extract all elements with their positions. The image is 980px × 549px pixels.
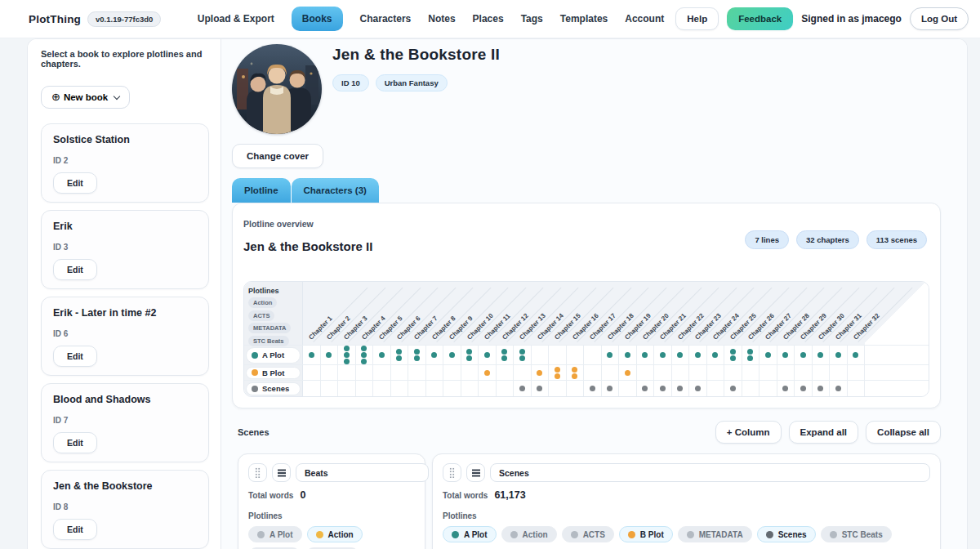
matrix-cell[interactable]	[443, 365, 461, 380]
matrix-cell[interactable]	[356, 346, 374, 364]
nav-link-places[interactable]: Places	[473, 13, 504, 25]
matrix-cell[interactable]	[707, 365, 725, 380]
column-menu-button[interactable]	[466, 463, 485, 482]
nav-link-templates[interactable]: Templates	[560, 13, 608, 25]
matrix-cell[interactable]	[479, 365, 497, 380]
matrix-cell[interactable]	[707, 346, 725, 364]
matrix-cell[interactable]	[338, 365, 356, 380]
matrix-cell[interactable]	[813, 365, 831, 380]
matrix-cell[interactable]	[602, 365, 620, 380]
matrix-cell[interactable]	[567, 346, 585, 364]
matrix-cell[interactable]	[443, 346, 461, 364]
matrix-cell[interactable]	[461, 365, 479, 380]
matrix-cell[interactable]	[777, 381, 795, 396]
expand-all-button[interactable]: Expand all	[789, 421, 859, 444]
matrix-cell[interactable]	[391, 365, 409, 380]
matrix-cell[interactable]	[514, 365, 532, 380]
feedback-button[interactable]: Feedback	[727, 7, 793, 30]
matrix-cell[interactable]	[549, 346, 567, 364]
matrix-cell[interactable]	[532, 346, 550, 364]
matrix-cell[interactable]	[479, 381, 497, 396]
matrix-cell[interactable]	[602, 381, 620, 396]
logout-button[interactable]: Log Out	[910, 7, 969, 30]
matrix-cell[interactable]	[373, 365, 391, 380]
matrix-cell[interactable]	[497, 365, 514, 380]
matrix-cell[interactable]	[777, 346, 795, 364]
edit-book-button[interactable]: Edit	[53, 432, 97, 453]
matrix-cell[interactable]	[338, 346, 356, 364]
plotline-pill-a-plot[interactable]: A Plot	[248, 526, 302, 542]
matrix-cell[interactable]	[689, 381, 707, 396]
matrix-cell[interactable]	[848, 381, 866, 396]
matrix-cell[interactable]	[637, 365, 655, 380]
matrix-cell[interactable]	[689, 346, 707, 364]
matrix-cell[interactable]	[567, 381, 585, 396]
matrix-cell[interactable]	[426, 346, 444, 364]
matrix-cell[interactable]	[584, 365, 602, 380]
matrix-cell[interactable]	[338, 381, 356, 396]
column-name-input[interactable]	[296, 463, 429, 482]
matrix-cell[interactable]	[356, 365, 374, 380]
matrix-cell[interactable]	[426, 365, 444, 380]
matrix-cell[interactable]	[373, 381, 391, 396]
matrix-cell[interactable]	[848, 365, 866, 380]
matrix-cell[interactable]	[497, 346, 514, 364]
plotline-pill-action[interactable]: Action	[501, 526, 557, 542]
drag-handle[interactable]	[248, 463, 267, 482]
matrix-cell[interactable]	[321, 346, 339, 364]
column-menu-button[interactable]	[272, 463, 291, 482]
matrix-cell[interactable]	[443, 381, 461, 396]
matrix-cell[interactable]	[637, 381, 655, 396]
plotline-row-pill[interactable]: B Plot	[246, 367, 301, 379]
tab-plotline[interactable]: Plotline	[232, 178, 291, 203]
help-button[interactable]: Help	[675, 7, 719, 30]
matrix-cell[interactable]	[321, 365, 339, 380]
plotline-pill-a-plot[interactable]: A Plot	[443, 526, 497, 542]
matrix-cell[interactable]	[602, 346, 620, 364]
new-book-button[interactable]: ⊕ New book	[41, 86, 130, 109]
plotline-chip[interactable]: ACTS	[248, 310, 274, 321]
matrix-cell[interactable]	[707, 381, 725, 396]
matrix-cell[interactable]	[584, 346, 602, 364]
matrix-cell[interactable]	[760, 346, 777, 364]
plotline-pill-scenes[interactable]: Scenes	[757, 526, 816, 542]
matrix-cell[interactable]	[830, 381, 848, 396]
plotline-pill-acts[interactable]: ACTS	[562, 526, 614, 542]
matrix-cell[interactable]	[619, 346, 637, 364]
matrix-cell[interactable]	[497, 381, 514, 396]
matrix-cell[interactable]	[408, 381, 426, 396]
matrix-cell[interactable]	[391, 381, 409, 396]
matrix-cell[interactable]	[724, 365, 742, 380]
matrix-cell[interactable]	[637, 346, 655, 364]
matrix-cell[interactable]	[724, 346, 742, 364]
matrix-cell[interactable]	[532, 365, 550, 380]
matrix-cell[interactable]	[303, 381, 321, 396]
matrix-cell[interactable]	[689, 365, 707, 380]
matrix-cell[interactable]	[830, 365, 848, 380]
matrix-cell[interactable]	[461, 381, 479, 396]
matrix-cell[interactable]	[584, 381, 602, 396]
matrix-cell[interactable]	[760, 365, 777, 380]
matrix-cell[interactable]	[777, 365, 795, 380]
matrix-cell[interactable]	[742, 381, 760, 396]
matrix-cell[interactable]	[514, 381, 532, 396]
change-cover-button[interactable]: Change cover	[232, 144, 323, 168]
matrix-cell[interactable]	[567, 365, 585, 380]
edit-book-button[interactable]: Edit	[53, 259, 97, 280]
plotline-chip[interactable]: Action	[248, 297, 277, 308]
matrix-cell[interactable]	[532, 381, 550, 396]
matrix-cell[interactable]	[303, 365, 321, 380]
edit-book-button[interactable]: Edit	[53, 346, 97, 367]
plotline-row-pill[interactable]: A Plot	[246, 347, 301, 364]
matrix-cell[interactable]	[795, 381, 813, 396]
tab-characters-3[interactable]: Characters (3)	[292, 178, 379, 203]
matrix-cell[interactable]	[813, 381, 831, 396]
matrix-cell[interactable]	[724, 381, 742, 396]
drag-handle[interactable]	[443, 463, 461, 482]
plotline-pill-metadata[interactable]: METADATA	[678, 526, 752, 542]
matrix-cell[interactable]	[813, 346, 831, 364]
nav-link-books[interactable]: Books	[292, 7, 343, 31]
matrix-cell[interactable]	[514, 346, 532, 364]
plotline-pill-stc-beats[interactable]: STC Beats	[821, 526, 892, 542]
matrix-cell[interactable]	[391, 346, 409, 364]
